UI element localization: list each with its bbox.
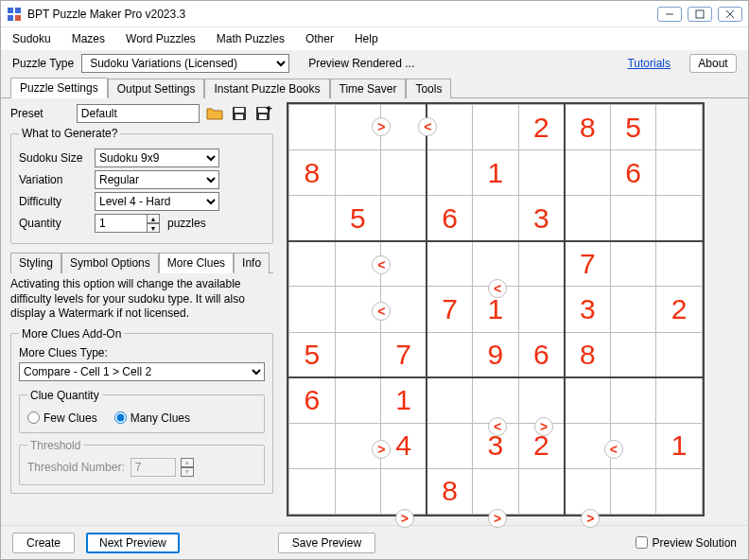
variation-select[interactable]: Regular — [95, 170, 219, 189]
maximize-button[interactable] — [688, 7, 712, 22]
sudoku-cell: 3 — [565, 287, 611, 332]
sudoku-cell — [518, 241, 565, 287]
generate-legend: What to Generate? — [19, 127, 120, 140]
clue-quantity-group: Clue Quantity Few Clues Many Clues — [19, 389, 265, 433]
compare-clue: > — [534, 417, 553, 436]
sudoku-cell — [335, 468, 381, 514]
sudoku-cell: 6 — [427, 196, 473, 241]
sudoku-cell — [610, 332, 656, 377]
menu-mazes[interactable]: Mazes — [72, 32, 105, 45]
difficulty-select[interactable]: Level 4 - Hard — [95, 192, 219, 211]
menu-sudoku[interactable]: Sudoku — [12, 32, 51, 45]
sudoku-cell — [289, 423, 336, 468]
tutorials-link[interactable]: Tutorials — [627, 57, 671, 70]
sudoku-cell — [656, 241, 703, 287]
tab-puzzle-settings[interactable]: Puzzle Settings — [10, 78, 108, 98]
quantity-down[interactable]: ▼ — [147, 223, 160, 233]
sudoku-size-label: Sudoku Size — [19, 151, 95, 165]
subtab-more-clues[interactable]: More Clues — [159, 253, 234, 273]
svg-rect-5 — [696, 10, 704, 18]
save-preset-icon[interactable] — [230, 104, 249, 123]
sudoku-cell — [565, 423, 611, 468]
quantity-suffix: puzzles — [167, 217, 206, 230]
tab-tools[interactable]: Tools — [406, 79, 451, 98]
preset-label: Preset — [10, 107, 71, 120]
save-preview-button[interactable]: Save Preview — [278, 533, 375, 553]
sudoku-cell: 9 — [473, 332, 519, 377]
compare-clue: > — [488, 509, 507, 528]
sudoku-cell: 3 — [518, 196, 565, 241]
subtab-symbol-options[interactable]: Symbol Options — [61, 253, 159, 273]
quantity-input[interactable] — [95, 214, 148, 233]
sudoku-cell — [610, 287, 656, 332]
sudoku-cell: 2 — [656, 287, 703, 332]
window-title: BPT Puzzle Maker Pro v2023.3 — [27, 8, 657, 21]
sudoku-cell — [610, 468, 656, 514]
threshold-up: ▲ — [181, 458, 194, 467]
sudoku-cell — [518, 150, 565, 196]
menu-other[interactable]: Other — [305, 32, 334, 45]
sudoku-cell — [427, 150, 473, 196]
tab-time-saver[interactable]: Time Saver — [330, 79, 407, 98]
more-clues-note: Activating this option will change the a… — [10, 277, 273, 322]
close-button[interactable] — [718, 7, 742, 22]
sudoku-cell: 6 — [610, 150, 656, 196]
about-button[interactable]: About — [689, 54, 737, 73]
sudoku-cell: 8 — [289, 150, 336, 196]
next-preview-button[interactable]: Next Preview — [86, 533, 180, 553]
svg-rect-2 — [8, 15, 13, 21]
titlebar: BPT Puzzle Maker Pro v2023.3 — [1, 1, 748, 27]
tab-output-settings[interactable]: Output Settings — [108, 79, 205, 98]
clue-quantity-legend: Clue Quantity — [27, 389, 102, 402]
sudoku-cell — [656, 196, 703, 241]
open-preset-icon[interactable] — [205, 104, 224, 123]
many-clues-radio[interactable]: Many Clues — [114, 411, 190, 425]
threshold-legend: Threshold — [27, 439, 83, 452]
sudoku-cell — [381, 150, 427, 196]
settings-panel: Preset + What to Generate? Sudoku Size S… — [1, 98, 283, 525]
app-icon — [7, 7, 22, 22]
minimize-button[interactable] — [657, 7, 682, 22]
sudoku-cell — [656, 332, 703, 377]
sudoku-cell — [289, 105, 336, 150]
sudoku-cell — [381, 468, 427, 514]
sudoku-cell — [565, 468, 611, 514]
status-text: Preview Rendered ... — [308, 57, 414, 70]
sudoku-cell: 5 — [289, 332, 336, 377]
puzzle-type-select[interactable]: Sudoku Variations (Licensed) — [81, 54, 289, 73]
menu-help[interactable]: Help — [355, 32, 378, 45]
menu-math-puzzles[interactable]: Math Puzzles — [217, 32, 285, 45]
preset-input[interactable] — [77, 104, 200, 123]
more-clues-type-label: More Clues Type: — [19, 346, 265, 359]
sudoku-cell — [565, 377, 611, 423]
sudoku-cell: 8 — [427, 468, 473, 514]
threshold-down: ▼ — [181, 467, 194, 477]
sudoku-cell — [427, 332, 473, 377]
sudoku-size-select[interactable]: Sudoku 9x9 — [95, 149, 219, 167]
svg-rect-1 — [15, 8, 21, 13]
sudoku-cell — [427, 241, 473, 287]
sudoku-cell: 6 — [518, 332, 565, 377]
sudoku-cell: 8 — [565, 332, 611, 377]
sudoku-cell — [335, 377, 381, 423]
top-controls: Puzzle Type Sudoku Variations (Licensed)… — [1, 50, 748, 77]
few-clues-radio[interactable]: Few Clues — [27, 411, 97, 425]
quantity-up[interactable]: ▲ — [147, 214, 160, 223]
subtab-styling[interactable]: Styling — [10, 253, 61, 273]
tab-instant-puzzle-books[interactable]: Instant Puzzle Books — [204, 79, 329, 98]
create-button[interactable]: Create — [12, 533, 75, 553]
subtab-info[interactable]: Info — [234, 253, 270, 273]
sudoku-cell — [473, 196, 519, 241]
sudoku-cell — [656, 150, 703, 196]
quantity-label: Quantity — [19, 217, 95, 230]
preview-solution-checkbox[interactable]: Preview Solution — [636, 536, 737, 550]
threshold-label: Threshold Number: — [27, 461, 125, 474]
difficulty-label: Difficulty — [19, 195, 95, 208]
svg-rect-0 — [8, 8, 13, 13]
svg-rect-3 — [15, 15, 21, 21]
menu-word-puzzles[interactable]: Word Puzzles — [126, 32, 196, 45]
more-clues-type-select[interactable]: Compare - Cell 1 > Cell 2 — [19, 362, 265, 381]
save-preset-as-icon[interactable]: + — [254, 104, 273, 123]
sudoku-cell — [518, 377, 565, 423]
sudoku-cell — [289, 287, 336, 332]
